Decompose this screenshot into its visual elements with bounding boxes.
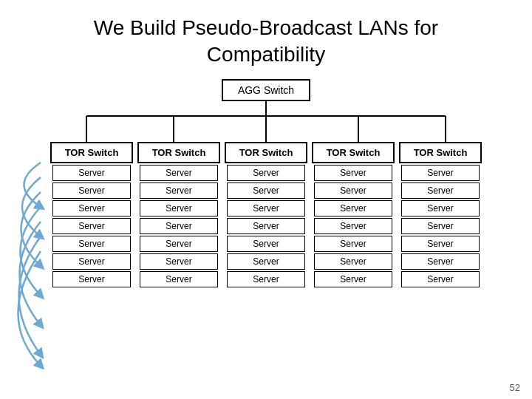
server-2-3: Server: [140, 200, 218, 216]
network-diagram: AGG Switch TOR Switch Server Ser: [22, 79, 510, 287]
agg-switch-box: AGG Switch: [222, 79, 310, 101]
server-1-4: Server: [52, 218, 131, 234]
agg-switch-label: AGG Switch: [238, 84, 294, 96]
page-number: 52: [510, 382, 520, 393]
tor-switch-1: TOR Switch: [50, 142, 133, 163]
tor-col-4: TOR Switch Server Server Server Server S…: [312, 142, 395, 287]
server-4-3: Server: [314, 200, 392, 216]
tor-col-5: TOR Switch Server Server Server Server S…: [399, 142, 482, 287]
server-2-1: Server: [140, 165, 218, 181]
server-5-1: Server: [401, 165, 480, 181]
server-2-6: Server: [140, 253, 218, 270]
server-2-4: Server: [140, 218, 218, 234]
server-5-7: Server: [401, 271, 480, 287]
server-3-2: Server: [227, 183, 305, 199]
connection-lines-svg: [44, 101, 488, 142]
server-1-2: Server: [52, 183, 131, 199]
slide-title: We Build Pseudo-Broadcast LANs for Compa…: [22, 15, 510, 69]
server-3-7: Server: [227, 271, 305, 287]
server-3-6: Server: [227, 253, 305, 270]
tor-switch-row: TOR Switch Server Server Server Server S…: [50, 142, 482, 287]
tor-switch-2: TOR Switch: [137, 142, 220, 163]
server-5-3: Server: [401, 200, 480, 216]
server-1-1: Server: [52, 165, 131, 181]
server-4-7: Server: [314, 271, 392, 287]
server-1-5: Server: [52, 236, 131, 252]
server-4-5: Server: [314, 236, 392, 252]
server-4-1: Server: [314, 165, 392, 181]
server-1-7: Server: [52, 271, 131, 287]
server-5-6: Server: [401, 253, 480, 270]
tor-col-3: TOR Switch Server Server Server Server S…: [225, 142, 307, 287]
tor-switch-4: TOR Switch: [312, 142, 395, 163]
slide: We Build Pseudo-Broadcast LANs for Compa…: [0, 0, 532, 399]
server-5-4: Server: [401, 218, 480, 234]
server-3-4: Server: [227, 218, 305, 234]
tor-col-1: TOR Switch Server Server Server Server S…: [50, 142, 133, 287]
server-2-5: Server: [140, 236, 218, 252]
server-4-4: Server: [314, 218, 392, 234]
server-3-5: Server: [227, 236, 305, 252]
tor-switch-5: TOR Switch: [399, 142, 482, 163]
server-4-6: Server: [314, 253, 392, 270]
tor-col-2: TOR Switch Server Server Server Server S…: [137, 142, 220, 287]
server-1-3: Server: [52, 200, 131, 216]
server-5-5: Server: [401, 236, 480, 252]
server-1-6: Server: [52, 253, 131, 270]
server-5-2: Server: [401, 183, 480, 199]
tor-switch-3: TOR Switch: [225, 142, 307, 163]
server-3-3: Server: [227, 200, 305, 216]
server-4-2: Server: [314, 183, 392, 199]
server-2-2: Server: [140, 183, 218, 199]
server-2-7: Server: [140, 271, 218, 287]
server-3-1: Server: [227, 165, 305, 181]
